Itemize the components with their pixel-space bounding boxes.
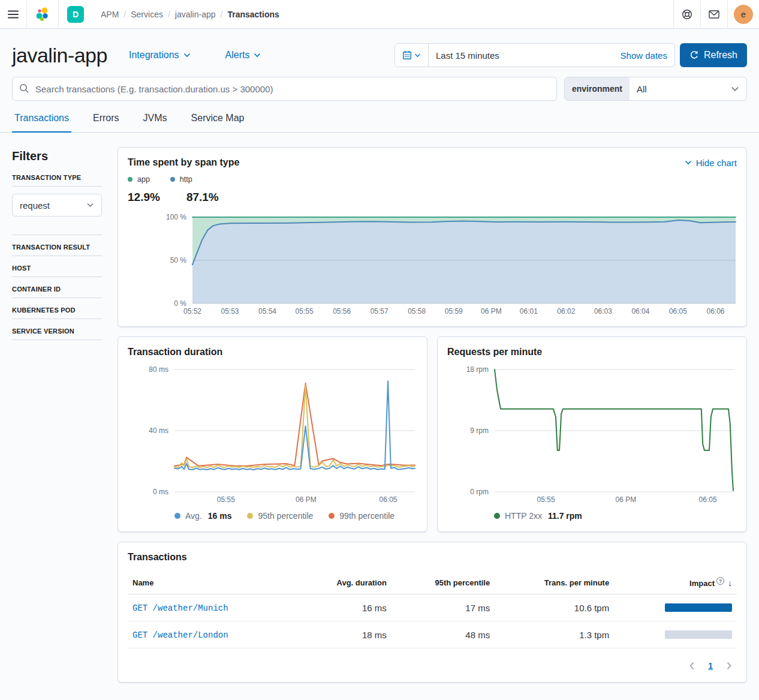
alerts-label: Alerts: [225, 50, 250, 61]
breadcrumb-item[interactable]: javalin-app: [175, 10, 216, 19]
impact-label: Impact: [689, 579, 715, 588]
transaction-link[interactable]: GET /weather/Munich: [132, 603, 228, 613]
avg-duration-cell: 18 ms: [296, 621, 391, 648]
space-badge[interactable]: D: [67, 6, 84, 23]
table-row: GET /weather/London18 ms48 ms1.3 tpm: [128, 621, 737, 648]
help-tooltip-icon[interactable]: ?: [716, 577, 724, 585]
impact-bar: [665, 603, 732, 612]
pagination: 1: [128, 648, 737, 672]
chevron-down-icon: [414, 53, 421, 58]
svg-text:06 PM: 06 PM: [481, 307, 502, 316]
impact-cell: [614, 621, 737, 648]
page-title: javalin-app: [12, 44, 107, 67]
hide-chart-label: Hide chart: [696, 158, 737, 168]
column-header-95th-percentile: 95th percentile: [391, 571, 495, 594]
tab-jvms[interactable]: JVMs: [141, 112, 170, 133]
page-number[interactable]: 1: [708, 661, 713, 671]
svg-text:05:55: 05:55: [537, 495, 555, 504]
transaction-type-value: request: [20, 200, 86, 211]
filters-sidebar: Filters TRANSACTION TYPE request TRANSAC…: [12, 147, 102, 683]
help-icon[interactable]: [674, 0, 700, 29]
search-input[interactable]: [12, 77, 557, 101]
span-percentage-http: 87.1%: [186, 191, 219, 204]
transaction-type-select[interactable]: request: [12, 194, 102, 217]
svg-text:100 %: 100 %: [166, 213, 186, 221]
calendar-icon: [402, 50, 412, 60]
environment-select[interactable]: environment All: [564, 77, 747, 101]
next-page-button[interactable]: [725, 660, 733, 671]
legend-value: 16 ms: [208, 511, 232, 521]
filter-section-container-id[interactable]: CONTAINER ID: [12, 286, 102, 293]
elastic-logo-icon[interactable]: [27, 0, 58, 29]
svg-text:06:02: 06:02: [557, 307, 575, 316]
svg-text:9 rpm: 9 rpm: [470, 426, 489, 435]
svg-text:05:53: 05:53: [221, 307, 239, 316]
filter-section-service-version[interactable]: SERVICE VERSION: [12, 328, 102, 335]
column-header-trans-per-minute: Trans. per minute: [495, 571, 614, 594]
svg-text:06:04: 06:04: [631, 307, 649, 316]
legend-label: app: [137, 175, 150, 184]
svg-text:0 ms: 0 ms: [153, 488, 168, 496]
transaction-link[interactable]: GET /weather/London: [132, 630, 228, 640]
svg-text:06:05: 06:05: [669, 307, 687, 316]
tab-bar: TransactionsErrorsJVMsService Map: [0, 112, 759, 133]
column-header-impact[interactable]: Impact?↓: [614, 571, 737, 594]
refresh-button[interactable]: Refresh: [680, 43, 747, 67]
duration-legend-item: 99th percentile: [329, 511, 394, 521]
search-row: environment All: [0, 77, 759, 101]
legend-dot-icon: [329, 513, 335, 519]
span-percentage-app: 12.9%: [128, 191, 160, 204]
svg-text:18 rpm: 18 rpm: [466, 365, 489, 374]
refresh-label: Refresh: [704, 50, 737, 61]
span-panel-title: Time spent by span type: [128, 157, 239, 168]
breadcrumb-item[interactable]: APM: [101, 10, 119, 19]
integrations-menu[interactable]: Integrations: [129, 50, 191, 61]
transactions-table-panel: Transactions NameAvg. duration95th perce…: [118, 542, 747, 683]
menu-icon[interactable]: [0, 0, 26, 29]
filter-section-transaction-result[interactable]: TRANSACTION RESULT: [12, 244, 102, 251]
search-icon: [19, 83, 29, 95]
column-header-avg-duration: Avg. duration: [296, 571, 391, 594]
tab-service-map[interactable]: Service Map: [189, 112, 247, 133]
chevron-down-icon: [685, 160, 692, 165]
breadcrumb-item: Transactions: [227, 10, 279, 19]
breadcrumb-item[interactable]: Services: [131, 10, 163, 19]
transactions-table-title: Transactions: [128, 552, 737, 563]
avatar[interactable]: e: [734, 5, 753, 24]
filter-section-kubernetes-pod[interactable]: KUBERNETES POD: [12, 307, 102, 314]
transaction-name-cell: GET /weather/London: [128, 621, 296, 648]
integrations-label: Integrations: [129, 50, 179, 61]
filter-section-host[interactable]: HOST: [12, 265, 102, 272]
breadcrumb-separator: /: [168, 10, 170, 19]
hide-chart-link[interactable]: Hide chart: [685, 158, 737, 168]
tab-transactions[interactable]: Transactions: [12, 112, 71, 133]
quick-select-button[interactable]: [395, 44, 429, 67]
mail-icon[interactable]: [701, 0, 727, 29]
sort-descending-icon[interactable]: ↓: [728, 578, 732, 588]
svg-text:05:59: 05:59: [445, 307, 463, 316]
svg-text:05:54: 05:54: [258, 307, 276, 316]
svg-text:05:58: 05:58: [408, 307, 426, 316]
requests-per-minute-chart: 18 rpm9 rpm0 rpm05:5506 PM06:05: [447, 362, 737, 505]
show-dates-link[interactable]: Show dates: [621, 50, 674, 61]
previous-page-button[interactable]: [688, 660, 696, 671]
tab-errors[interactable]: Errors: [91, 112, 122, 133]
svg-text:06:05: 06:05: [699, 495, 717, 504]
svg-text:0 rpm: 0 rpm: [470, 488, 489, 496]
legend-dot-icon: [170, 177, 175, 182]
top-navigation-bar: D APM/Services/javalin-app/Transactions …: [0, 0, 759, 29]
time-range-value[interactable]: Last 15 minutes: [429, 50, 621, 61]
chevron-down-icon: [254, 53, 261, 58]
svg-text:06 PM: 06 PM: [296, 495, 317, 504]
divider: [727, 0, 728, 29]
transaction-name-cell: GET /weather/Munich: [128, 594, 296, 621]
p95-cell: 48 ms: [391, 621, 495, 648]
chevron-down-icon: [86, 203, 94, 208]
requests-per-minute-panel: Requests per minute 18 rpm9 rpm0 rpm05:5…: [437, 337, 747, 532]
duration-panel-title: Transaction duration: [128, 347, 417, 357]
alerts-menu[interactable]: Alerts: [225, 50, 261, 61]
table-row: GET /weather/Munich16 ms17 ms10.6 tpm: [128, 594, 737, 621]
breadcrumb-separator: /: [221, 10, 223, 19]
transaction-type-label: TRANSACTION TYPE: [12, 174, 102, 181]
environment-value: All: [630, 84, 731, 94]
